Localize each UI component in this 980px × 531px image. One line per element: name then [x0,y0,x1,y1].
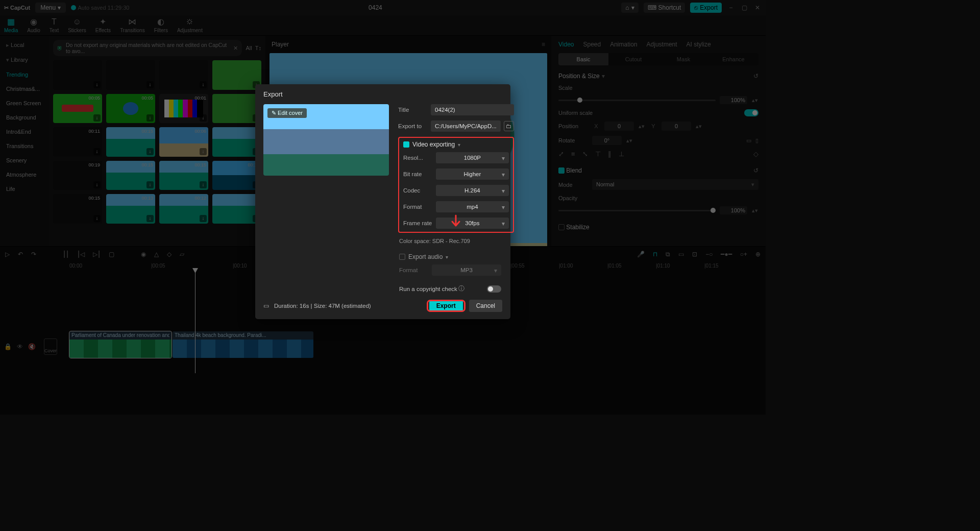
browse-folder-button[interactable]: 🗀 [504,121,514,131]
video-export-section: Video exporting ▾ Resol...1080P Bit rate… [398,137,514,233]
dialog-title: Export [255,84,510,104]
video-collapse-icon[interactable]: ▾ [458,142,460,148]
export-dialog: Export ✎ Edit cover Title 0424(2) Export… [255,84,510,319]
video-exporting-label: Video exporting [412,141,455,148]
codec-label: Codec [403,187,436,194]
title-field-label: Title [398,107,431,113]
cancel-button[interactable]: Cancel [469,300,502,312]
framerate-label: Frame rate [403,220,436,226]
copyright-label: Run a copyright check [399,286,457,292]
audio-format-label: Format [399,267,432,273]
format-select[interactable]: mp4 [436,201,509,212]
audio-format-select: MP3 [432,264,501,276]
bitrate-label: Bit rate [403,171,436,177]
codec-select[interactable]: H.264 [436,185,509,196]
edit-cover-button[interactable]: ✎ Edit cover [267,108,307,118]
duration-text: Duration: 16s | Size: 47M (estimated) [274,303,371,309]
exportto-input[interactable]: C:/Users/MyPC/AppD... [431,120,501,132]
bitrate-select[interactable]: Higher [436,168,509,180]
resolution-label: Resol... [403,155,436,161]
audio-collapse-icon[interactable]: ▾ [446,254,448,260]
export-button-highlight: Export [428,301,464,310]
title-input[interactable]: 0424(2) [431,104,514,115]
copyright-info-icon[interactable]: ⓘ [458,285,464,293]
export-confirm-button[interactable]: Export [429,300,463,312]
framerate-select[interactable]: 30fps [436,218,509,229]
duration-info-icon: ▭ [263,302,269,309]
format-label: Format [403,204,436,210]
copyright-toggle[interactable] [487,285,501,293]
resolution-select[interactable]: 1080P [436,152,509,163]
video-export-check[interactable] [403,141,409,148]
export-audio-label: Export audio [408,253,443,260]
audio-export-check[interactable] [399,254,405,260]
exportto-label: Export to [398,123,431,129]
colorspace-note: Color space: SDR - Rec.709 [399,238,510,244]
cover-preview: ✎ Edit cover [263,104,389,176]
